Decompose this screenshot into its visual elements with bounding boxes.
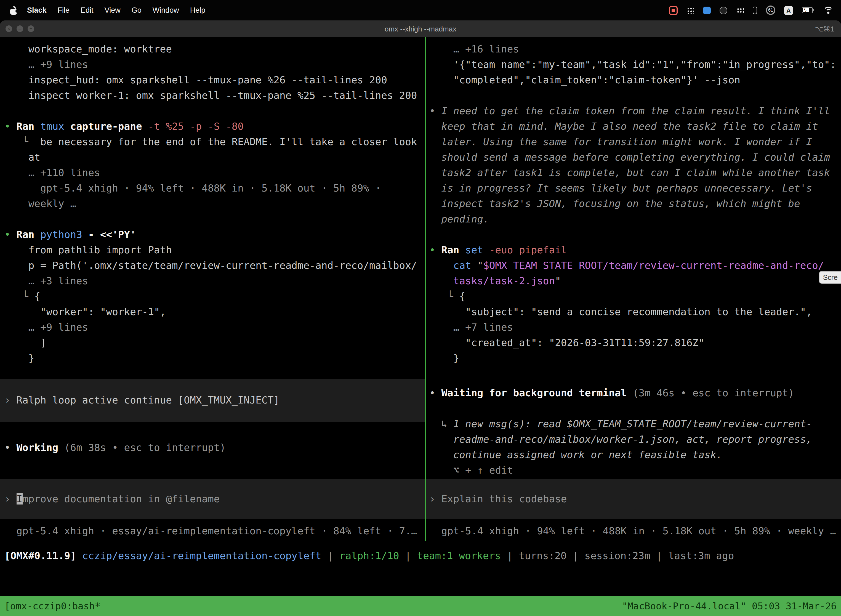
text-segment: •: [429, 105, 441, 116]
text-segment: later. Using the same for transition mig…: [429, 136, 812, 147]
terminal-line: pending.: [429, 211, 841, 227]
text-segment: |: [567, 550, 585, 561]
text-segment: … +110 lines: [4, 167, 100, 178]
screen-notification-label: Scre: [823, 273, 838, 282]
terminal-pane-right[interactable]: … +16 lines '{"team_name":"my-team","tas…: [426, 37, 841, 545]
text-segment: Waiting for background terminal: [441, 387, 633, 399]
terminal-line: at: [4, 150, 425, 165]
text-segment: -euo pipefail: [489, 244, 567, 255]
terminal-line: inspect task2's JSON, focusing on the st…: [429, 196, 841, 211]
text-segment: inspect task2's JSON, focusing on the st…: [429, 198, 800, 209]
spacer: [429, 227, 841, 242]
text-segment: … +7 lines: [429, 321, 513, 333]
terminal-line: … +9 lines: [4, 57, 425, 72]
terminal-line: should send a message before completing …: [429, 150, 841, 165]
terminal-line: workspace_mode: worktree: [4, 41, 425, 57]
menu-bar: SlackFileEditViewGoWindowHelp 61 A ϟ: [0, 0, 841, 21]
text-segment: tasks/task-2.json: [453, 275, 555, 286]
text-segment: gpt-5.4 xhigh · 94% left · 488K in · 5.1…: [429, 525, 836, 537]
text-segment: Working: [16, 441, 64, 453]
terminal-line: "completed","claim_token":"claim-token"}…: [429, 72, 841, 88]
text-segment: team:1 workers: [417, 550, 501, 561]
terminal-line: "worker": "worker-1",: [4, 304, 425, 320]
terminal-line: … +3 lines: [4, 273, 425, 289]
text-segment: '{"team_name":"my-team","task_id":"1","f…: [429, 59, 836, 70]
menu-item-file[interactable]: File: [52, 6, 75, 14]
text-segment: inspect_hud: omx sparkshell --tmux-pane …: [4, 74, 387, 85]
spacer: [4, 422, 425, 440]
text-segment: •: [429, 244, 441, 255]
text-segment: keep that in mind. Maybe I also need the…: [429, 120, 818, 132]
text-segment: turns:20: [519, 550, 567, 561]
prompt-band[interactable]: › Ralph loop active continue [OMX_TMUX_I…: [0, 378, 425, 422]
terminal-line: from pathlib import Path: [4, 242, 425, 258]
text-segment: … +9 lines: [4, 321, 88, 333]
battery-gauge-icon[interactable]: 61: [766, 6, 775, 15]
menu-item-help[interactable]: Help: [185, 6, 211, 14]
text-segment: workspace_mode: worktree: [4, 43, 172, 55]
text-segment: ›: [4, 493, 16, 505]
window-shortcut-hint: ⌥⌘1: [815, 25, 841, 33]
text-segment: … +9 lines: [4, 59, 88, 70]
text-segment: readme-and-reco/mailbox/worker-1.json, a…: [429, 433, 812, 445]
text-segment: •: [4, 441, 16, 453]
menu-item-view[interactable]: View: [99, 6, 126, 14]
text-segment: -t %25 -p -S -80: [148, 120, 244, 132]
text-segment: pending.: [429, 213, 489, 224]
text-segment: I need to get the claim token from the c…: [441, 105, 830, 116]
spacer: [429, 519, 841, 523]
text-segment: continue assigned work or next feasible …: [429, 449, 722, 461]
spacer: [4, 103, 425, 119]
text-segment: cczip/essay/ai-reimplementation-copyleft: [82, 550, 321, 561]
text-segment: }: [4, 352, 34, 364]
spacer: [429, 401, 841, 416]
menu-item-window[interactable]: Window: [147, 6, 185, 14]
blue-app-icon[interactable]: [703, 6, 711, 14]
utility-icon[interactable]: [753, 6, 757, 14]
text-segment: •: [4, 229, 16, 240]
menu-status-icons: 61 A ϟ: [669, 6, 841, 15]
screen-notification-overlay[interactable]: Scre: [819, 271, 841, 284]
text-segment: python3: [40, 229, 88, 240]
menu-item-edit[interactable]: Edit: [75, 6, 99, 14]
terminal-line: inspect_hud: omx sparkshell --tmux-pane …: [4, 72, 425, 88]
input-source-icon[interactable]: A: [784, 6, 793, 15]
terminal-line: inspect_worker-1: omx sparkshell --tmux-…: [4, 88, 425, 103]
text-segment: [429, 260, 453, 271]
terminal-line: └ {: [429, 289, 841, 304]
text-segment: (6m 38s • esc to interrupt): [64, 441, 226, 453]
text-segment: … +16 lines: [429, 43, 519, 55]
wifi-icon[interactable]: [823, 6, 833, 14]
terminal-line: later. Using the same for transition mig…: [429, 134, 841, 150]
dots-grid-icon[interactable]: [736, 8, 744, 13]
text-segment: weekly …: [4, 198, 76, 209]
window-titlebar[interactable]: × – + omx --xhigh --madmax ⌥⌘1: [0, 21, 841, 37]
text-segment: gpt-5.4 xhigh · essay/ai-reimplementatio…: [4, 525, 417, 537]
spacer: [4, 519, 425, 523]
prompt-band[interactable]: › Improve documentation in @filename: [0, 479, 425, 519]
text-segment: └: [22, 290, 34, 302]
menu-left: SlackFileEditViewGoWindowHelp: [0, 6, 211, 15]
spacer: [429, 366, 841, 385]
battery-icon[interactable]: ϟ: [802, 7, 815, 13]
text-segment: $OMX_TEAM_STATE_ROOT/team/review-current…: [483, 260, 824, 271]
app-grid-icon[interactable]: [687, 6, 694, 14]
menu-item-go[interactable]: Go: [126, 6, 147, 14]
terminal-line: tasks/task-2.json": [429, 273, 841, 289]
menu-item-slack[interactable]: Slack: [22, 6, 52, 14]
screen-recording-stop-icon[interactable]: [669, 6, 678, 15]
text-segment: ›: [4, 394, 16, 406]
text-segment: mprove documentation in @filename: [22, 493, 220, 505]
text-segment: "worker": "worker-1",: [4, 306, 166, 317]
terminal-line: └ {: [4, 289, 425, 304]
text-segment: I: [16, 493, 22, 505]
dark-circle-icon[interactable]: [719, 6, 727, 14]
terminal-line: '{"team_name":"my-team","task_id":"1","f…: [429, 57, 841, 72]
apple-logo-icon[interactable]: [10, 6, 17, 15]
terminal-line: ↳ 1 new msg(s): read $OMX_TEAM_STATE_ROO…: [429, 416, 841, 432]
charging-bolt-icon: ϟ: [804, 6, 807, 13]
terminal-pane-left[interactable]: workspace_mode: worktree … +9 lines insp…: [0, 37, 425, 545]
text-segment: cat: [453, 260, 477, 271]
prompt-band[interactable]: › Explain this codebase: [426, 479, 841, 519]
text-segment: session:23m: [585, 550, 650, 561]
